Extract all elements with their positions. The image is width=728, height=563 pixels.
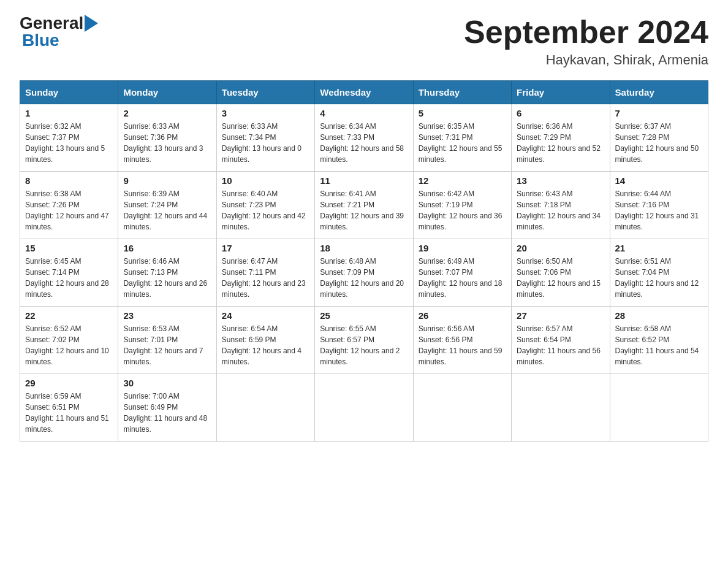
table-row: 4 Sunrise: 6:34 AM Sunset: 7:33 PM Dayli… [315, 104, 413, 172]
day-info: Sunrise: 6:43 AM Sunset: 7:18 PM Dayligh… [517, 188, 604, 232]
day-info: Sunrise: 6:56 AM Sunset: 6:56 PM Dayligh… [419, 323, 506, 367]
day-number: 24 [222, 310, 309, 321]
day-info: Sunrise: 6:35 AM Sunset: 7:31 PM Dayligh… [419, 121, 506, 165]
col-saturday: Saturday [610, 81, 708, 104]
table-row: 28 Sunrise: 6:58 AM Sunset: 6:52 PM Dayl… [610, 307, 708, 374]
table-row: 24 Sunrise: 6:54 AM Sunset: 6:59 PM Dayl… [216, 307, 314, 374]
day-info: Sunrise: 6:37 AM Sunset: 7:28 PM Dayligh… [615, 121, 703, 165]
table-row [413, 374, 511, 442]
day-number: 5 [419, 108, 506, 118]
day-info: Sunrise: 6:38 AM Sunset: 7:26 PM Dayligh… [25, 188, 113, 232]
page-header: General Blue September 2024 Haykavan, Sh… [20, 15, 708, 68]
day-info: Sunrise: 6:48 AM Sunset: 7:09 PM Dayligh… [320, 256, 408, 300]
month-year-title: September 2024 [464, 15, 708, 50]
table-row: 7 Sunrise: 6:37 AM Sunset: 7:28 PM Dayli… [610, 104, 708, 172]
table-row: 12 Sunrise: 6:42 AM Sunset: 7:19 PM Dayl… [413, 172, 511, 239]
day-info: Sunrise: 6:52 AM Sunset: 7:02 PM Dayligh… [25, 323, 113, 367]
day-info: Sunrise: 6:53 AM Sunset: 7:01 PM Dayligh… [123, 323, 211, 367]
col-sunday: Sunday [20, 81, 118, 104]
table-row: 13 Sunrise: 6:43 AM Sunset: 7:18 PM Dayl… [512, 172, 610, 239]
logo-arrow-icon [85, 15, 98, 32]
table-row: 14 Sunrise: 6:44 AM Sunset: 7:16 PM Dayl… [610, 172, 708, 239]
day-info: Sunrise: 6:47 AM Sunset: 7:11 PM Dayligh… [222, 256, 309, 300]
table-row [216, 374, 314, 442]
day-number: 2 [123, 108, 211, 118]
day-info: Sunrise: 6:50 AM Sunset: 7:06 PM Dayligh… [517, 256, 604, 300]
day-number: 30 [123, 378, 211, 388]
day-number: 8 [25, 175, 113, 186]
col-friday: Friday [512, 81, 610, 104]
day-number: 18 [320, 243, 408, 253]
day-number: 22 [25, 310, 113, 321]
table-row: 18 Sunrise: 6:48 AM Sunset: 7:09 PM Dayl… [315, 239, 413, 307]
table-row: 10 Sunrise: 6:40 AM Sunset: 7:23 PM Dayl… [216, 172, 314, 239]
table-row: 25 Sunrise: 6:55 AM Sunset: 6:57 PM Dayl… [315, 307, 413, 374]
table-row: 16 Sunrise: 6:46 AM Sunset: 7:13 PM Dayl… [118, 239, 216, 307]
day-info: Sunrise: 6:42 AM Sunset: 7:19 PM Dayligh… [419, 188, 506, 232]
title-section: September 2024 Haykavan, Shirak, Armenia [464, 15, 708, 68]
table-row: 19 Sunrise: 6:49 AM Sunset: 7:07 PM Dayl… [413, 239, 511, 307]
table-row: 27 Sunrise: 6:57 AM Sunset: 6:54 PM Dayl… [512, 307, 610, 374]
logo-blue: Blue [22, 32, 59, 49]
day-number: 29 [25, 378, 113, 388]
day-info: Sunrise: 6:36 AM Sunset: 7:29 PM Dayligh… [517, 121, 604, 165]
day-info: Sunrise: 6:54 AM Sunset: 6:59 PM Dayligh… [222, 323, 309, 367]
calendar-week-row: 29 Sunrise: 6:59 AM Sunset: 6:51 PM Dayl… [20, 374, 708, 442]
calendar-table: Sunday Monday Tuesday Wednesday Thursday… [20, 80, 708, 442]
day-number: 19 [419, 243, 506, 253]
calendar-week-row: 15 Sunrise: 6:45 AM Sunset: 7:14 PM Dayl… [20, 239, 708, 307]
table-row [610, 374, 708, 442]
table-row: 2 Sunrise: 6:33 AM Sunset: 7:36 PM Dayli… [118, 104, 216, 172]
table-row: 11 Sunrise: 6:41 AM Sunset: 7:21 PM Dayl… [315, 172, 413, 239]
day-info: Sunrise: 7:00 AM Sunset: 6:49 PM Dayligh… [123, 391, 211, 435]
day-number: 3 [222, 108, 309, 118]
table-row [315, 374, 413, 442]
table-row: 1 Sunrise: 6:32 AM Sunset: 7:37 PM Dayli… [20, 104, 118, 172]
table-row: 8 Sunrise: 6:38 AM Sunset: 7:26 PM Dayli… [20, 172, 118, 239]
day-number: 15 [25, 243, 113, 253]
day-number: 14 [615, 175, 703, 186]
day-number: 21 [615, 243, 703, 253]
day-info: Sunrise: 6:32 AM Sunset: 7:37 PM Dayligh… [25, 121, 113, 165]
day-info: Sunrise: 6:57 AM Sunset: 6:54 PM Dayligh… [517, 323, 604, 367]
day-number: 28 [615, 310, 703, 321]
table-row: 29 Sunrise: 6:59 AM Sunset: 6:51 PM Dayl… [20, 374, 118, 442]
day-info: Sunrise: 6:59 AM Sunset: 6:51 PM Dayligh… [25, 391, 113, 435]
table-row: 3 Sunrise: 6:33 AM Sunset: 7:34 PM Dayli… [216, 104, 314, 172]
table-row: 15 Sunrise: 6:45 AM Sunset: 7:14 PM Dayl… [20, 239, 118, 307]
day-info: Sunrise: 6:55 AM Sunset: 6:57 PM Dayligh… [320, 323, 408, 367]
table-row: 20 Sunrise: 6:50 AM Sunset: 7:06 PM Dayl… [512, 239, 610, 307]
day-info: Sunrise: 6:41 AM Sunset: 7:21 PM Dayligh… [320, 188, 408, 232]
col-monday: Monday [118, 81, 216, 104]
day-info: Sunrise: 6:51 AM Sunset: 7:04 PM Dayligh… [615, 256, 703, 300]
table-row: 22 Sunrise: 6:52 AM Sunset: 7:02 PM Dayl… [20, 307, 118, 374]
day-number: 23 [123, 310, 211, 321]
table-row: 23 Sunrise: 6:53 AM Sunset: 7:01 PM Dayl… [118, 307, 216, 374]
day-number: 27 [517, 310, 604, 321]
logo: General Blue [20, 15, 98, 49]
day-number: 25 [320, 310, 408, 321]
day-number: 4 [320, 108, 408, 118]
day-number: 6 [517, 108, 604, 118]
table-row: 5 Sunrise: 6:35 AM Sunset: 7:31 PM Dayli… [413, 104, 511, 172]
table-row: 30 Sunrise: 7:00 AM Sunset: 6:49 PM Dayl… [118, 374, 216, 442]
svg-marker-0 [85, 15, 98, 32]
day-number: 26 [419, 310, 506, 321]
day-number: 16 [123, 243, 211, 253]
table-row: 21 Sunrise: 6:51 AM Sunset: 7:04 PM Dayl… [610, 239, 708, 307]
col-wednesday: Wednesday [315, 81, 413, 104]
day-number: 1 [25, 108, 113, 118]
day-info: Sunrise: 6:34 AM Sunset: 7:33 PM Dayligh… [320, 121, 408, 165]
day-number: 13 [517, 175, 604, 186]
calendar-week-row: 1 Sunrise: 6:32 AM Sunset: 7:37 PM Dayli… [20, 104, 708, 172]
day-info: Sunrise: 6:49 AM Sunset: 7:07 PM Dayligh… [419, 256, 506, 300]
table-row: 17 Sunrise: 6:47 AM Sunset: 7:11 PM Dayl… [216, 239, 314, 307]
day-info: Sunrise: 6:58 AM Sunset: 6:52 PM Dayligh… [615, 323, 703, 367]
calendar-week-row: 8 Sunrise: 6:38 AM Sunset: 7:26 PM Dayli… [20, 172, 708, 239]
day-number: 9 [123, 175, 211, 186]
day-info: Sunrise: 6:45 AM Sunset: 7:14 PM Dayligh… [25, 256, 113, 300]
day-number: 12 [419, 175, 506, 186]
location-subtitle: Haykavan, Shirak, Armenia [464, 52, 708, 68]
logo-general: General [20, 15, 83, 32]
table-row: 26 Sunrise: 6:56 AM Sunset: 6:56 PM Dayl… [413, 307, 511, 374]
